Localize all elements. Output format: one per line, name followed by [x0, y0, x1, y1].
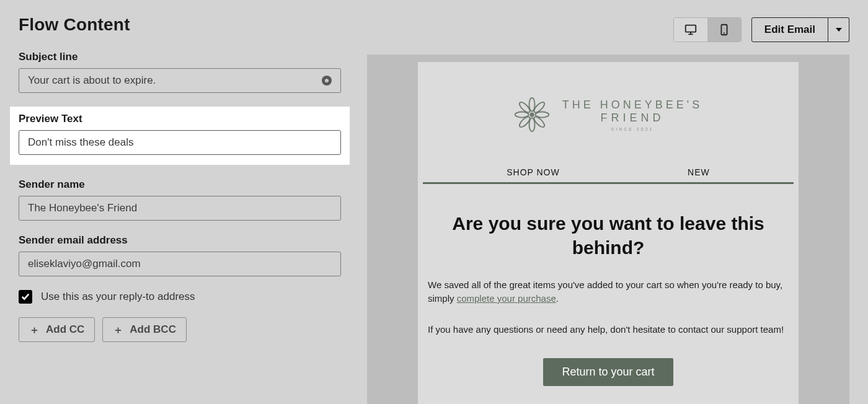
svg-rect-0 [686, 25, 696, 32]
cta-row: Return to your cart [418, 353, 799, 386]
plus-icon: ＋ [113, 325, 123, 335]
editor-panel: Flow Content Subject line Your cart is a… [0, 0, 367, 404]
add-bcc-label: Add BCC [130, 323, 176, 336]
complete-purchase-link[interactable]: complete your purchase [457, 293, 556, 304]
reply-to-label: Use this as your reply-to address [41, 291, 195, 303]
email-body: We saved all of the great items you've a… [418, 278, 799, 336]
emoji-picker-icon[interactable]: ☻ [322, 76, 332, 86]
nav-shop[interactable]: SHOP NOW [507, 167, 560, 177]
email-logo: THE HONEYBEE'S FRIEND SINCE 2021 [418, 62, 799, 167]
check-icon [21, 292, 30, 301]
preview-panel: Edit Email [367, 0, 868, 404]
flower-icon [514, 97, 550, 133]
preview-text-group: Preview Text Don't miss these deals [10, 107, 350, 165]
desktop-icon [684, 23, 698, 37]
svg-point-13 [530, 113, 533, 116]
cc-bcc-row: ＋ Add CC ＋ Add BCC [19, 317, 348, 342]
sender-name-group: Sender name The Honeybee's Friend [19, 178, 348, 221]
edit-email-button[interactable]: Edit Email [751, 17, 828, 42]
add-cc-button[interactable]: ＋ Add CC [19, 317, 95, 342]
edit-email-group: Edit Email [751, 17, 849, 42]
plus-icon: ＋ [29, 325, 40, 335]
preview-text-label: Preview Text [19, 113, 341, 125]
sender-name-value: The Honeybee's Friend [28, 202, 332, 214]
desktop-view-button[interactable] [674, 18, 707, 42]
reply-to-row: Use this as your reply-to address [19, 290, 348, 304]
edit-email-dropdown[interactable] [828, 17, 849, 42]
mobile-view-button[interactable] [707, 18, 741, 42]
preview-text-value: Don't miss these deals [28, 136, 332, 149]
brand-line1: THE HONEYBEE'S [562, 99, 702, 112]
sender-email-value: eliseklaviyo@gmail.com [28, 258, 332, 270]
sender-email-input[interactable]: eliseklaviyo@gmail.com [19, 252, 341, 276]
subject-line-input[interactable]: Your cart is about to expire. ☻ [19, 68, 341, 93]
add-bcc-button[interactable]: ＋ Add BCC [102, 317, 187, 342]
email-headline: Are you sure you want to leave this behi… [418, 184, 799, 278]
email-canvas: THE HONEYBEE'S FRIEND SINCE 2021 SHOP NO… [418, 62, 799, 404]
return-to-cart-button[interactable]: Return to your cart [543, 358, 673, 386]
sender-name-label: Sender name [19, 178, 348, 191]
brand-since: SINCE 2021 [562, 127, 702, 131]
sender-email-label: Sender email address [19, 234, 348, 247]
subject-line-label: Subject line [19, 51, 348, 63]
email-nav: SHOP NOW NEW [418, 167, 799, 182]
add-cc-label: Add CC [46, 323, 84, 336]
subject-line-group: Subject line Your cart is about to expir… [19, 51, 348, 93]
edit-email-label: Edit Email [764, 24, 815, 36]
email-body-p1-tail: . [556, 293, 559, 304]
chevron-down-icon [836, 28, 842, 32]
nav-new[interactable]: NEW [688, 167, 710, 177]
email-body-p1: We saved all of the great items you've a… [428, 278, 789, 305]
reply-to-checkbox[interactable] [19, 290, 32, 304]
sender-name-input[interactable]: The Honeybee's Friend [19, 196, 341, 221]
email-preview-frame: THE HONEYBEE'S FRIEND SINCE 2021 SHOP NO… [367, 55, 849, 404]
preview-text-input[interactable]: Don't miss these deals [19, 130, 341, 155]
sender-email-group: Sender email address eliseklaviyo@gmail.… [19, 234, 348, 276]
device-toggle [673, 17, 742, 42]
brand-text: THE HONEYBEE'S FRIEND SINCE 2021 [562, 99, 702, 131]
page-title: Flow Content [19, 15, 348, 35]
email-body-p2: If you have any questions or need any he… [428, 323, 789, 336]
mobile-icon [717, 23, 731, 37]
brand-line2: FRIEND [562, 112, 702, 125]
preview-toolbar: Edit Email [673, 17, 849, 42]
subject-line-value: Your cart is about to expire. [28, 74, 322, 87]
